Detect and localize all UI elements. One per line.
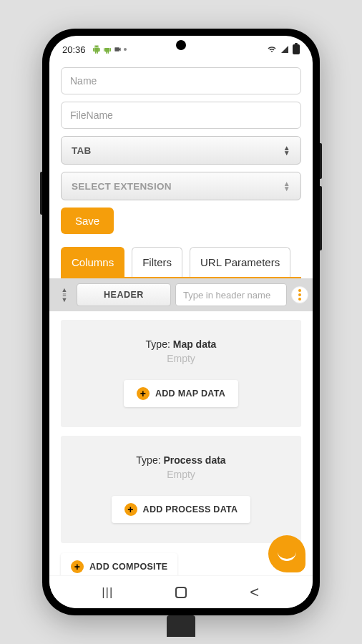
battery-icon <box>293 44 300 54</box>
process-type-label: Type: Process data <box>69 454 293 466</box>
map-data-section: Type: Map data Empty + ADD MAP DATA <box>61 320 301 427</box>
android-debug-icon <box>92 45 101 54</box>
nav-back-button[interactable]: < <box>240 583 269 602</box>
extension-select[interactable]: SELECT EXTENSION ▲▼ <box>61 172 301 200</box>
map-empty-label: Empty <box>69 353 293 364</box>
add-map-label: ADD MAP DATA <box>155 389 225 399</box>
filename-input[interactable] <box>61 102 301 129</box>
android-icon <box>103 45 112 54</box>
header-name-input[interactable] <box>175 283 287 306</box>
add-composite-label: ADD COMPOSITE <box>89 562 167 572</box>
phone-frame: 20:36 TAB ▲▼ <box>42 29 320 615</box>
android-nav-bar: ||| < <box>49 575 313 608</box>
side-button <box>320 143 322 179</box>
header-type-button[interactable]: HEADER <box>77 283 171 306</box>
phone-screen: 20:36 TAB ▲▼ <box>49 36 313 608</box>
smile-icon <box>278 551 296 561</box>
tab-select[interactable]: TAB ▲▼ <box>61 136 301 165</box>
plus-icon: + <box>137 387 150 400</box>
chat-help-button[interactable] <box>268 535 305 572</box>
status-right <box>267 44 300 54</box>
add-map-data-button[interactable]: + ADD MAP DATA <box>124 380 238 407</box>
tab-url-parameters[interactable]: URL Parameters <box>190 247 290 277</box>
wifi-icon <box>267 45 277 54</box>
tabs-row: Columns Filters URL Parameters <box>61 247 301 278</box>
drag-handle-icon[interactable]: ▲≡▼ <box>57 288 72 302</box>
signal-icon <box>280 45 290 54</box>
add-process-label: ADD PROCESS DATA <box>143 504 238 514</box>
column-header-row: ▲≡▼ HEADER <box>49 278 313 311</box>
charging-cable <box>167 615 195 637</box>
status-dot-icon <box>124 48 127 51</box>
add-composite-button[interactable]: + ADD COMPOSITE <box>61 553 177 575</box>
side-button <box>40 172 42 215</box>
extension-select-label: SELECT EXTENSION <box>72 181 172 192</box>
nav-home-button[interactable] <box>167 587 195 598</box>
app-content: TAB ▲▼ SELECT EXTENSION ▲▼ Save Columns … <box>49 59 313 575</box>
tab-filters[interactable]: Filters <box>132 247 182 277</box>
side-button <box>320 186 322 250</box>
status-left: 20:36 <box>62 44 127 55</box>
nav-recent-button[interactable]: ||| <box>93 585 122 600</box>
select-arrows-icon: ▲▼ <box>283 181 290 191</box>
more-options-button[interactable] <box>291 286 308 303</box>
select-arrows-icon: ▲▼ <box>283 145 290 155</box>
process-empty-label: Empty <box>69 469 293 480</box>
tab-select-label: TAB <box>72 145 92 156</box>
camera-notch <box>176 40 186 50</box>
name-input[interactable] <box>61 67 301 94</box>
camera-status-icon <box>114 45 122 54</box>
plus-icon: + <box>124 503 137 516</box>
tab-columns[interactable]: Columns <box>61 247 124 277</box>
save-button[interactable]: Save <box>61 208 114 234</box>
add-process-data-button[interactable]: + ADD PROCESS DATA <box>112 496 251 523</box>
map-type-label: Type: Map data <box>69 338 293 350</box>
clock-time: 20:36 <box>62 44 86 55</box>
process-data-section: Type: Process data Empty + ADD PROCESS D… <box>61 436 301 543</box>
plus-icon: + <box>71 560 84 573</box>
